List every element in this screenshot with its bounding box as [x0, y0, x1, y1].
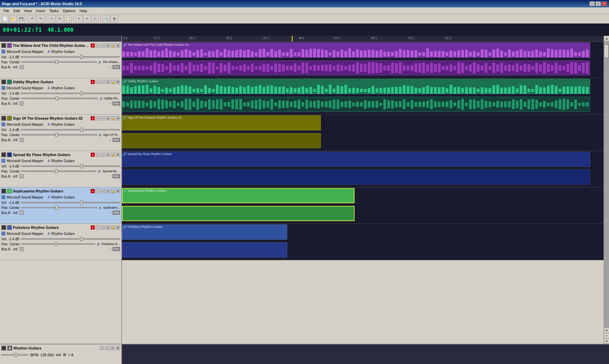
menu-insert[interactable]: Insert	[34, 8, 47, 13]
bus-info-6[interactable]: i	[20, 247, 24, 251]
pre-btn-5[interactable]: Pre	[113, 211, 120, 215]
pan-slider-4[interactable]	[21, 171, 97, 172]
track-lock-6[interactable]: 🔒	[111, 225, 115, 230]
bus-ctrl1[interactable]: +	[100, 346, 104, 350]
track-more-2[interactable]: ▼	[116, 80, 120, 84]
vol-thumb-4[interactable]	[80, 164, 83, 168]
track-collapse-2[interactable]: ≡	[1, 80, 6, 84]
vscroll-track[interactable]	[604, 41, 609, 328]
track-edit1-3[interactable]: ~	[96, 116, 100, 120]
track-edit1-1[interactable]: ~	[96, 43, 100, 48]
vol-slider-4[interactable]	[21, 165, 120, 167]
track-edit2-4[interactable]: +	[101, 153, 105, 157]
vol-thumb-3[interactable]	[80, 128, 83, 132]
vol-slider-6[interactable]	[21, 238, 120, 240]
track-more-4[interactable]: ▼	[116, 153, 120, 157]
track-edit2-1[interactable]: +	[101, 43, 105, 48]
pan-slider-3[interactable]	[21, 134, 97, 135]
track-solo-2[interactable]: S	[106, 80, 110, 84]
bus-info-2[interactable]: i	[20, 101, 24, 105]
track-collapse-4[interactable]: ≡	[1, 152, 6, 157]
menu-tasks[interactable]: Tasks	[47, 8, 61, 13]
menu-view[interactable]: View	[22, 8, 34, 13]
pan-thumb-5[interactable]	[55, 206, 58, 210]
track-clip-2a[interactable]: 🔗 Oddity Rhythm Guitars	[122, 79, 590, 94]
vertical-scrollbar[interactable]: ▲ + − ▼	[604, 36, 609, 344]
bus-info-1[interactable]: i	[20, 65, 24, 69]
maximize-button[interactable]: □	[596, 1, 601, 6]
bus-ctrl3[interactable]: S	[111, 346, 115, 350]
track-edit1-2[interactable]: ~	[96, 80, 100, 84]
track-collapse-5[interactable]: ≡	[1, 189, 6, 193]
track-collapse-6[interactable]: ≡	[1, 225, 6, 230]
track-mute-4[interactable]: ●	[91, 153, 95, 157]
tb-draw[interactable]: ✏	[83, 15, 91, 23]
track-solo-1[interactable]: S	[106, 43, 110, 48]
vol-slider-1[interactable]	[21, 56, 120, 58]
track-clip-1a[interactable]: 🔗 The Widow And The Child Rhythm Guitars…	[122, 42, 590, 58]
tb-snap[interactable]: ⊞	[111, 15, 118, 23]
pre-btn-2[interactable]: Pre	[113, 101, 120, 105]
bus-info-5[interactable]: i	[20, 211, 24, 215]
tb-new[interactable]: 📄	[1, 15, 9, 23]
vol-thumb-1[interactable]	[80, 55, 83, 59]
track-edit2-3[interactable]: +	[101, 116, 105, 120]
pan-thumb-1[interactable]	[55, 60, 58, 64]
tb-undo[interactable]: ↶	[29, 15, 36, 23]
menu-help[interactable]: Help	[78, 8, 89, 13]
track-lock-2[interactable]: 🔒	[111, 80, 115, 84]
track-clip-3b[interactable]	[122, 133, 321, 148]
track-more-6[interactable]: ▼	[116, 225, 120, 230]
menu-edit[interactable]: Edit	[11, 8, 22, 13]
vol-thumb-6[interactable]	[80, 237, 83, 241]
track-mute-1[interactable]: ●	[91, 43, 95, 48]
menu-file[interactable]: File	[1, 8, 11, 13]
track-clip-3a[interactable]: 🔗 Sign Of The Disease Rhythm Guitars 02	[122, 115, 321, 130]
track-clip-6a[interactable]: 🔗 Pulseless Rhythm Guitars	[122, 224, 287, 240]
tb-redo[interactable]: ↷	[37, 15, 44, 23]
track-mute-6[interactable]: ●	[91, 225, 95, 230]
pan-slider-6[interactable]	[21, 243, 96, 245]
vscroll-zoom-out[interactable]: −	[604, 333, 609, 338]
tb-cut[interactable]: ✂	[48, 15, 55, 23]
track-solo-5[interactable]: S	[106, 189, 110, 193]
pan-thumb-3[interactable]	[55, 133, 58, 137]
track-collapse-3[interactable]: ≡	[1, 116, 6, 121]
track-mute-2[interactable]: ●	[91, 80, 95, 84]
bus-vol-slider[interactable]	[1, 354, 28, 356]
vscroll-down[interactable]: ▼	[604, 338, 609, 344]
pre-btn-4[interactable]: Pre	[113, 174, 120, 178]
bus-collapse-btn[interactable]: ≡	[1, 346, 6, 351]
track-solo-3[interactable]: S	[106, 116, 110, 120]
pre-btn-1[interactable]: Pre	[113, 65, 120, 69]
vol-thumb-2[interactable]	[80, 91, 83, 95]
track-clip-4a[interactable]: 🔗 Spread By Fleas Rhythm Guitars	[122, 152, 590, 167]
track-clip-5b[interactable]	[122, 206, 355, 221]
track-more-5[interactable]: ▼	[116, 189, 120, 193]
vol-slider-5[interactable]	[21, 202, 120, 203]
track-lock-3[interactable]: 🔒	[111, 116, 115, 120]
track-clip-2b[interactable]	[122, 97, 590, 112]
track-lock-5[interactable]: 🔒	[111, 189, 115, 193]
track-solo-6[interactable]: S	[106, 225, 110, 230]
track-clip-6b[interactable]	[122, 242, 287, 257]
track-mute-3[interactable]: ●	[91, 116, 95, 120]
minimize-button[interactable]: ─	[589, 1, 595, 6]
track-lock-4[interactable]: 🔒	[111, 153, 115, 157]
vol-thumb-5[interactable]	[80, 201, 83, 205]
track-solo-4[interactable]: S	[106, 153, 110, 157]
pan-slider-5[interactable]	[21, 207, 97, 208]
track-lock-1[interactable]: 🔒	[111, 43, 115, 48]
track-edit1-4[interactable]: ~	[96, 153, 100, 157]
pan-thumb-2[interactable]	[56, 96, 58, 100]
pan-slider-1[interactable]	[21, 61, 97, 63]
tb-erase[interactable]: ◻	[91, 15, 99, 23]
pan-slider-2[interactable]	[21, 98, 98, 99]
close-button[interactable]: ✕	[602, 1, 607, 6]
pre-btn-3[interactable]: Pre	[113, 138, 120, 142]
vscroll-up[interactable]: ▲	[604, 36, 609, 41]
bus-ctrl2[interactable]: ↕	[105, 346, 109, 350]
vol-slider-2[interactable]	[21, 93, 120, 94]
track-clip-4b[interactable]	[122, 170, 590, 185]
bus-ctrl4[interactable]: ▼	[116, 346, 120, 350]
